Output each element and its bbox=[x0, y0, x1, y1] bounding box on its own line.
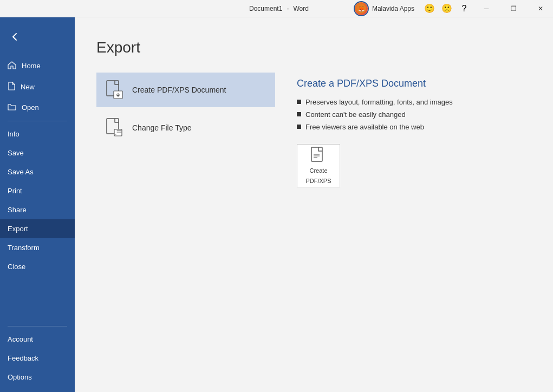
sidebar-item-share[interactable]: Share bbox=[0, 200, 75, 219]
change-file-type-option[interactable]: Change File Type bbox=[96, 110, 275, 145]
export-label: Export bbox=[8, 225, 28, 233]
bullet-item-3: Free viewers are available on the web bbox=[297, 123, 510, 131]
detail-title: Create a PDF/XPS Document bbox=[297, 78, 510, 89]
app-name: Word bbox=[293, 5, 308, 12]
change-file-type-icon bbox=[105, 118, 125, 138]
account-area: 🦊 Malavida Apps bbox=[348, 1, 420, 16]
title-bar-right: 🦊 Malavida Apps 🙂 🙁 ? ─ ❐ ✕ bbox=[348, 0, 553, 17]
back-button[interactable] bbox=[5, 27, 25, 47]
sidebar-item-account[interactable]: Account bbox=[0, 330, 75, 349]
open-label: Open bbox=[22, 103, 39, 112]
sidebar-item-feedback[interactable]: Feedback bbox=[0, 349, 75, 368]
bullet-item-2: Content can't be easily changed bbox=[297, 110, 510, 119]
bullet-icon-3 bbox=[297, 125, 301, 129]
create-pdf-button[interactable]: Create PDF/XPS bbox=[297, 144, 340, 187]
bullet-text-1: Preserves layout, formatting, fonts, and… bbox=[305, 98, 453, 106]
sidebar-item-home[interactable]: Home bbox=[0, 55, 75, 76]
home-icon bbox=[8, 61, 16, 71]
back-icon bbox=[11, 32, 19, 41]
save-as-label: Save As bbox=[8, 168, 34, 176]
sidebar-item-save-as[interactable]: Save As bbox=[0, 162, 75, 181]
separator: - bbox=[287, 5, 289, 12]
file-type-icon bbox=[106, 118, 123, 138]
pdf-doc-icon bbox=[106, 80, 123, 100]
share-label: Share bbox=[8, 206, 27, 214]
info-label: Info bbox=[8, 130, 19, 138]
sidebar-item-open[interactable]: Open bbox=[0, 97, 75, 117]
page-title: Export bbox=[96, 39, 531, 56]
help-button[interactable]: ? bbox=[457, 1, 472, 16]
title-bar: Document1 - Word 🦊 Malavida Apps 🙂 🙁 ? ─… bbox=[0, 0, 553, 17]
account-label: Malavida Apps bbox=[372, 5, 414, 12]
app-container: Home New Open Info Save bbox=[0, 17, 553, 392]
restore-button[interactable]: ❐ bbox=[501, 0, 526, 17]
avatar: 🦊 bbox=[354, 1, 369, 16]
smiley-button[interactable]: 🙂 bbox=[422, 1, 437, 16]
create-pdf-option[interactable]: Create PDF/XPS Document bbox=[96, 73, 275, 107]
sidebar-item-options[interactable]: Options bbox=[0, 368, 75, 387]
transform-label: Transform bbox=[8, 244, 40, 252]
bullet-icon-2 bbox=[297, 112, 301, 116]
avatar-icon: 🦊 bbox=[356, 4, 366, 14]
bullet-text-3: Free viewers are available on the web bbox=[305, 123, 424, 131]
export-detail: Create a PDF/XPS Document Preserves layo… bbox=[275, 73, 531, 381]
sidebar-bottom: Account Feedback Options bbox=[0, 323, 75, 392]
title-bar-left: Document1 - Word bbox=[0, 5, 309, 12]
sidebar-item-close[interactable]: Close bbox=[0, 257, 75, 276]
save-label: Save bbox=[8, 149, 24, 157]
sidebar-divider-2 bbox=[8, 326, 67, 326]
feedback-label: Feedback bbox=[8, 354, 38, 362]
create-btn-container: Create PDF/XPS bbox=[297, 144, 510, 187]
avatar-image: 🦊 bbox=[355, 2, 368, 15]
sidebar: Home New Open Info Save bbox=[0, 17, 75, 392]
doc-name: Document1 bbox=[249, 5, 282, 12]
sidebar-item-save[interactable]: Save bbox=[0, 143, 75, 162]
open-icon-svg bbox=[8, 103, 16, 110]
close-label: Close bbox=[8, 263, 25, 271]
create-pdf-btn-line2: PDF/XPS bbox=[305, 178, 331, 185]
close-button[interactable]: ✕ bbox=[528, 0, 553, 17]
open-icon bbox=[8, 103, 16, 112]
bullet-icon-1 bbox=[297, 100, 301, 104]
sidebar-divider-1 bbox=[8, 121, 67, 121]
bullet-item-1: Preserves layout, formatting, fonts, and… bbox=[297, 98, 510, 106]
home-icon-svg bbox=[8, 61, 16, 69]
sidebar-item-info[interactable]: Info bbox=[0, 125, 75, 143]
main-content: Export Create PDF/XPS Document bbox=[75, 17, 553, 392]
create-pdf-label: Create PDF/XPS Document bbox=[132, 86, 226, 94]
options-label: Options bbox=[8, 373, 32, 381]
export-options: Create PDF/XPS Document Change Fi bbox=[96, 73, 275, 381]
create-pdf-button-icon bbox=[311, 147, 326, 164]
create-pdf-btn-line1: Create bbox=[309, 167, 327, 174]
svg-text:🦊: 🦊 bbox=[358, 5, 365, 12]
new-icon bbox=[8, 82, 15, 92]
sad-button[interactable]: 🙁 bbox=[439, 1, 454, 16]
minimize-button[interactable]: ─ bbox=[474, 0, 499, 17]
new-icon-svg bbox=[8, 82, 15, 90]
sidebar-item-transform[interactable]: Transform bbox=[0, 238, 75, 257]
print-label: Print bbox=[8, 187, 22, 195]
change-file-type-label: Change File Type bbox=[132, 123, 191, 132]
home-label: Home bbox=[22, 62, 41, 70]
create-pdf-icon bbox=[105, 80, 125, 100]
sidebar-item-print[interactable]: Print bbox=[0, 181, 75, 200]
detail-list: Preserves layout, formatting, fonts, and… bbox=[297, 98, 510, 131]
sidebar-item-new[interactable]: New bbox=[0, 76, 75, 97]
sidebar-item-export[interactable]: Export bbox=[0, 219, 75, 238]
export-layout: Create PDF/XPS Document Change Fi bbox=[96, 73, 531, 381]
new-label: New bbox=[21, 83, 35, 91]
bullet-text-2: Content can't be easily changed bbox=[305, 110, 406, 119]
account-nav-label: Account bbox=[8, 335, 33, 343]
